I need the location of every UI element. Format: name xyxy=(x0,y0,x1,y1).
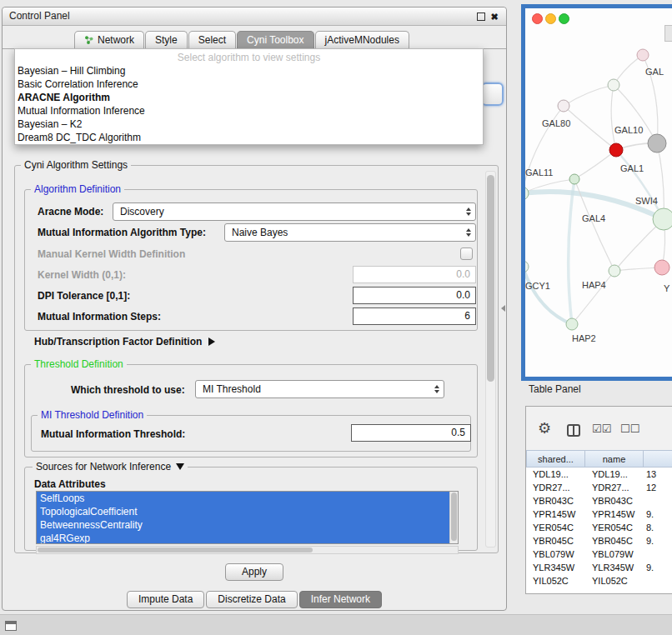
dropdown-item[interactable]: Basic Correlation Inference xyxy=(15,78,483,91)
table-header: shared... name xyxy=(526,450,672,468)
tab[interactable]: Cyni Toolbox xyxy=(237,31,313,48)
tab[interactable]: jActiveMNodules xyxy=(315,31,409,48)
bottom-tab[interactable]: Impute Data xyxy=(127,591,204,608)
network-node[interactable] xyxy=(569,174,579,184)
cyni-bottom-tabs: Impute Data Discretize Data Infer Networ… xyxy=(3,591,506,609)
collapsed-panel-icon[interactable] xyxy=(5,621,17,631)
table-row[interactable]: YBR043C YBR043C xyxy=(526,494,672,508)
tab[interactable]: Network xyxy=(74,31,144,48)
tab-label: Style xyxy=(155,34,178,46)
control-panel-titlebar: Control Panel xyxy=(3,8,506,26)
table-row[interactable]: YDR27... YDR27... 12 xyxy=(526,481,672,494)
network-edge[interactable] xyxy=(564,106,616,150)
hub-definition-toggle[interactable]: Hub/Transcription Factor Definition xyxy=(34,334,215,348)
sources-toggle[interactable]: Sources for Network Inference xyxy=(33,461,188,472)
network-node[interactable] xyxy=(608,79,619,91)
network-scrollbar[interactable] xyxy=(664,25,672,42)
network-node[interactable] xyxy=(525,261,529,272)
network-edge[interactable] xyxy=(569,179,574,324)
bottom-tab[interactable]: Discretize Data xyxy=(206,591,297,608)
network-canvas[interactable]: GALGAL80GAL10GAL11GAL1SWI4GAL4GCY1HAP4HA… xyxy=(525,8,672,377)
network-node[interactable] xyxy=(566,318,578,330)
algorithm-definition-title: Algorithm Definition xyxy=(31,183,124,195)
attribute-item[interactable]: BetweennessCentrality xyxy=(37,518,449,532)
network-node[interactable] xyxy=(609,143,623,157)
attribute-item[interactable]: SelfLoops xyxy=(37,492,449,505)
table-row[interactable]: YIL052C YIL052C xyxy=(526,574,672,588)
cell-shared-name: YDL19... xyxy=(526,468,585,481)
aracne-mode-select[interactable]: Discovery xyxy=(113,202,476,221)
scrollbar-thumb[interactable] xyxy=(487,175,494,382)
network-node[interactable] xyxy=(525,187,529,200)
network-node[interactable] xyxy=(653,208,672,230)
mi-threshold-title: MI Threshold Definition xyxy=(38,409,147,421)
attribute-item[interactable]: TopologicalCoefficient xyxy=(37,505,449,518)
table-row[interactable]: YBR045C YBR045C 9. xyxy=(526,534,672,548)
tab[interactable]: Style xyxy=(145,31,188,48)
split-pane-handle[interactable] xyxy=(501,305,505,312)
dropdown-item[interactable]: Mutual Information Inference xyxy=(15,104,483,118)
table-row[interactable]: YBL079W YBL079W xyxy=(526,548,672,561)
dpi-tolerance-input[interactable]: 0.0 xyxy=(353,287,476,304)
table-row[interactable]: YLR345W YLR345W 9. xyxy=(526,561,672,574)
network-node[interactable] xyxy=(648,134,666,152)
dpi-tolerance-label: DPI Tolerance [0,1]: xyxy=(38,289,130,302)
combo-value: Discovery xyxy=(113,206,461,218)
dropdown-item[interactable]: Bayesian – Hill Climbing xyxy=(15,64,483,78)
dropdown-item[interactable]: ARACNE Algorithm xyxy=(15,91,483,104)
threshold-definition-title: Threshold Definition xyxy=(31,358,127,370)
column-header[interactable] xyxy=(644,450,672,468)
algorithm-combobox[interactable] xyxy=(481,82,504,106)
network-node[interactable] xyxy=(654,260,669,275)
select-all-icon[interactable] xyxy=(592,422,611,435)
dropdown-item[interactable]: Dream8 DC_TDC Algorithm xyxy=(15,131,483,144)
deselect-all-icon[interactable] xyxy=(620,422,639,435)
mi-threshold-input[interactable]: 0.5 xyxy=(351,424,471,442)
column-header[interactable]: shared... xyxy=(526,450,585,468)
cell-shared-name: YIL052C xyxy=(526,574,585,588)
mac-close-icon[interactable] xyxy=(532,13,543,24)
network-edge[interactable] xyxy=(611,85,616,150)
node-label: HAP2 xyxy=(572,333,596,343)
dropdown-placeholder: Select algorithm to view settings xyxy=(15,51,483,64)
mac-minimize-icon[interactable] xyxy=(545,13,556,24)
kernel-width-input[interactable]: 0.0 xyxy=(353,266,476,283)
network-node[interactable] xyxy=(558,100,569,112)
table-row[interactable]: YER054C YER054C 8. xyxy=(526,521,672,534)
columns-icon[interactable] xyxy=(567,424,580,437)
attributes-horizontal-scrollbar[interactable] xyxy=(36,546,459,554)
scrollbar-thumb[interactable] xyxy=(451,492,457,541)
network-edge[interactable] xyxy=(574,150,616,179)
network-edge[interactable] xyxy=(564,85,614,106)
which-threshold-select[interactable]: MI Threshold xyxy=(195,380,444,398)
network-icon xyxy=(84,35,94,45)
bottom-tab[interactable]: Infer Network xyxy=(299,591,382,608)
mac-zoom-icon[interactable] xyxy=(559,13,569,24)
column-header[interactable]: name xyxy=(585,450,644,468)
stepper-icon xyxy=(461,203,475,220)
apply-button[interactable]: Apply xyxy=(225,563,283,581)
attributes-vertical-scrollbar[interactable] xyxy=(449,492,458,543)
network-node[interactable] xyxy=(637,49,649,61)
tab[interactable]: Select xyxy=(188,31,236,48)
mi-type-select[interactable]: Naive Bayes xyxy=(224,223,476,242)
scrollbar-thumb[interactable] xyxy=(38,548,313,552)
table-row[interactable]: YDL19... YDL19... 13 xyxy=(526,468,672,481)
settings-icon[interactable] xyxy=(538,419,551,438)
collapse-down-icon xyxy=(176,463,184,470)
attribute-item[interactable]: gal4RGexp xyxy=(37,532,449,543)
network-edge[interactable] xyxy=(572,271,614,324)
table-row[interactable]: YPR145W YPR145W 9. xyxy=(526,508,672,521)
cell-shared-name: YLR345W xyxy=(526,561,585,574)
manual-kernel-checkbox[interactable] xyxy=(460,248,473,260)
close-icon[interactable] xyxy=(489,10,500,23)
network-node[interactable] xyxy=(609,265,620,277)
dropdown-item[interactable]: Bayesian – K2 xyxy=(15,118,483,131)
mi-steps-input[interactable]: 6 xyxy=(353,308,476,325)
network-edge[interactable] xyxy=(525,267,572,324)
settings-scrollbar[interactable] xyxy=(485,171,496,548)
table-body: YDL19... YDL19... 13 YDR27... YDR27... 1… xyxy=(526,468,672,593)
float-window-icon[interactable] xyxy=(477,12,485,21)
network-edge[interactable] xyxy=(614,55,643,85)
tab-label: jActiveMNodules xyxy=(325,34,399,46)
